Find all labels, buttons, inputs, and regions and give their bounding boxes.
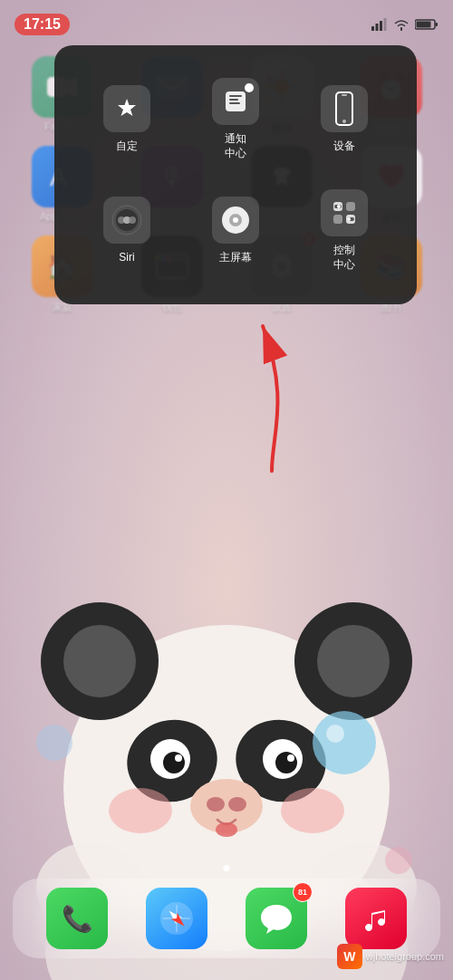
svg-rect-28 (376, 24, 379, 31)
svg-point-12 (175, 754, 182, 762)
page-dot-0 (224, 865, 230, 871)
svg-rect-56 (229, 95, 242, 97)
svg-point-18 (109, 788, 172, 833)
notification-icon (212, 78, 259, 125)
svg-point-17 (216, 822, 237, 837)
wifi-icon (393, 18, 410, 31)
device-icon (321, 85, 368, 132)
star-icon (103, 85, 150, 132)
device-label: 设备 (333, 139, 355, 154)
notification-center-label: 通知中心 (225, 132, 246, 160)
siri-label: Siri (119, 251, 134, 265)
dock-music[interactable] (345, 888, 407, 949)
svg-point-4 (63, 625, 136, 697)
siri-icon (103, 197, 150, 244)
svg-point-25 (36, 725, 72, 761)
status-time: 17:15 (14, 14, 70, 35)
svg-rect-32 (436, 23, 439, 26)
svg-point-5 (317, 625, 390, 697)
status-bar: 17:15 (0, 0, 453, 40)
svg-rect-72 (333, 215, 342, 224)
battery-icon (415, 18, 439, 31)
signal-icon (371, 18, 388, 31)
messages-badge: 81 (293, 882, 313, 902)
svg-rect-58 (229, 102, 240, 104)
svg-point-16 (228, 797, 246, 812)
menu-item-siri[interactable]: Siri (72, 175, 181, 286)
arrow-indicator (217, 308, 326, 489)
menu-item-notification-center[interactable]: 通知中心 (181, 63, 290, 175)
svg-point-19 (281, 788, 344, 833)
homescreen-icon (212, 197, 259, 244)
watermark: W wjhotelgroup.com (337, 944, 444, 969)
dock-messages[interactable]: 81 (246, 888, 307, 949)
svg-point-66 (129, 216, 136, 224)
svg-rect-29 (380, 21, 382, 31)
svg-point-24 (326, 725, 344, 743)
svg-rect-33 (417, 22, 431, 28)
menu-item-customize[interactable]: 自定 (72, 63, 181, 175)
svg-point-75 (337, 205, 341, 208)
svg-point-61 (342, 120, 346, 123)
svg-rect-60 (342, 94, 347, 96)
menu-item-device[interactable]: 设备 (290, 63, 399, 175)
dock-phone[interactable]: 📞 (46, 888, 108, 949)
svg-point-13 (287, 754, 294, 762)
page-dots (224, 865, 230, 871)
svg-point-69 (233, 217, 238, 223)
svg-point-11 (275, 752, 297, 773)
svg-rect-55 (226, 91, 246, 111)
svg-rect-30 (384, 18, 387, 31)
homescreen-label: 主屏幕 (219, 251, 252, 265)
context-menu: 自定 通知中心 设备 (54, 45, 417, 304)
menu-item-homescreen[interactable]: 主屏幕 (181, 175, 290, 286)
customize-label: 自定 (116, 139, 138, 154)
notification-dot (245, 83, 254, 92)
svg-point-77 (347, 217, 351, 221)
control-center-icon (321, 189, 368, 236)
svg-rect-27 (371, 26, 374, 31)
watermark-logo: W (337, 944, 362, 969)
watermark-text: wjhotelgroup.com (366, 951, 444, 962)
svg-point-10 (163, 752, 185, 773)
control-center-label: 控制中心 (333, 244, 355, 272)
svg-point-26 (385, 847, 412, 874)
status-icons (371, 18, 439, 31)
svg-point-15 (207, 797, 225, 812)
svg-rect-71 (346, 202, 355, 211)
dock-safari[interactable] (146, 888, 207, 949)
svg-point-23 (313, 711, 376, 774)
menu-item-control-center[interactable]: 控制中心 (290, 175, 399, 286)
svg-rect-57 (229, 99, 238, 101)
